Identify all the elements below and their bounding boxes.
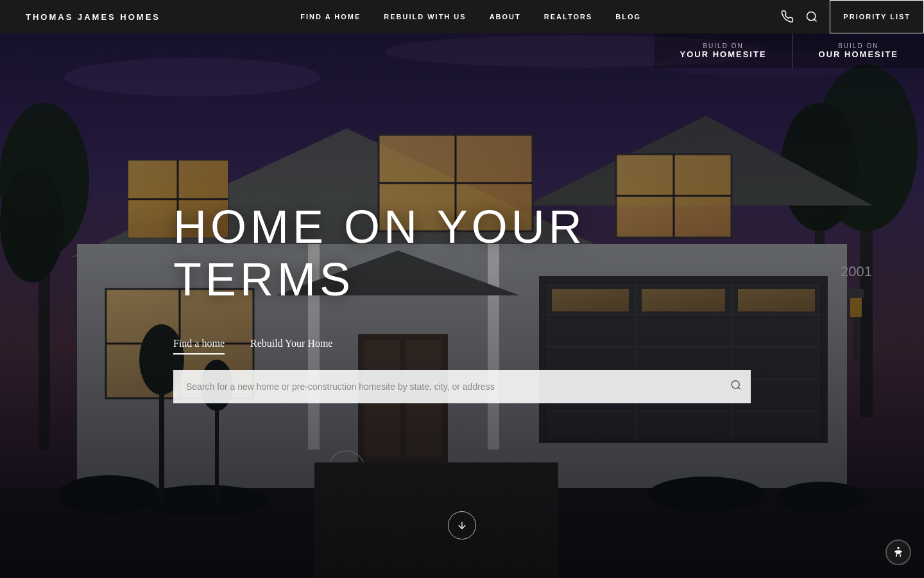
our-homesite-label-small: BUILD ON [819, 42, 898, 49]
nav-blog[interactable]: BLOG [615, 13, 641, 21]
hero-content: HOME ON YOUR TERMS Find a home Rebuild Y… [173, 200, 751, 403]
your-homesite-label-large: YOUR HOMESITE [680, 49, 767, 59]
scroll-down-button[interactable] [448, 511, 476, 539]
nav-realtors[interactable]: REALTORS [544, 13, 593, 21]
svg-point-76 [732, 381, 739, 389]
svg-point-79 [897, 547, 899, 549]
your-homesite-link[interactable]: BUILD ON YOUR HOMESITE [654, 33, 793, 68]
search-bar-container [173, 370, 751, 403]
search-input[interactable] [173, 370, 751, 403]
nav-rebuild-with-us[interactable]: REBUILD WITH US [384, 13, 466, 21]
tab-find-a-home[interactable]: Find a home [173, 338, 225, 355]
search-submit-button[interactable] [730, 380, 742, 394]
nav-links: FIND A HOME REBUILD WITH US ABOUT REALTO… [300, 13, 641, 21]
sub-nav: BUILD ON YOUR HOMESITE BUILD ON OUR HOME… [654, 33, 924, 68]
svg-line-75 [814, 19, 817, 22]
our-homesite-label-large: OUR HOMESITE [819, 49, 898, 59]
nav-about[interactable]: ABOUT [490, 13, 521, 21]
search-icon[interactable] [805, 10, 818, 23]
nav-icons: PRIORITY LIST [781, 0, 898, 33]
hero-title: HOME ON YOUR TERMS [173, 200, 751, 306]
nav-find-a-home[interactable]: FIND A HOME [300, 13, 361, 21]
tab-rebuild-your-home[interactable]: Rebuild Your Home [250, 338, 332, 355]
hero-tabs: Find a home Rebuild Your Home [173, 338, 751, 355]
accessibility-button[interactable] [886, 539, 911, 565]
svg-point-74 [807, 12, 816, 21]
your-homesite-label-small: BUILD ON [680, 42, 767, 49]
navbar: THOMAS JAMES HOMES FIND A HOME REBUILD W… [0, 0, 924, 33]
phone-icon[interactable] [781, 10, 794, 23]
brand-logo: THOMAS JAMES HOMES [26, 12, 160, 22]
priority-list-button[interactable]: PRIORITY LIST [830, 0, 924, 33]
svg-line-77 [738, 387, 740, 389]
hero-section: 2001 TJ THOMAS JAMES HOMES FIND A HOME [0, 0, 924, 578]
our-homesite-link[interactable]: BUILD ON OUR HOMESITE [793, 33, 924, 68]
